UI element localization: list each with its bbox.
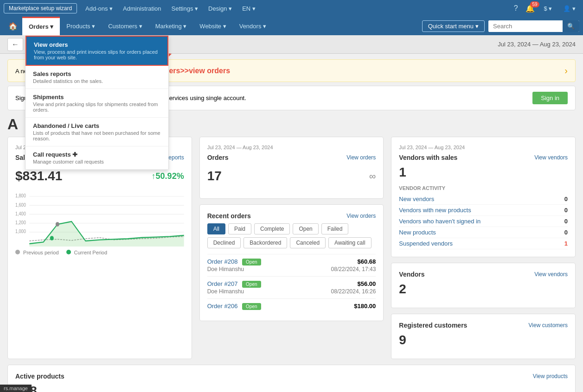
customers-count: 9 [399,333,568,348]
orders-card-header: Orders View orders [207,154,376,161]
home-button[interactable]: 🏠 [4,17,22,35]
order-207-status: Open [242,281,261,288]
nav-marketing[interactable]: Marketing ▾ [149,17,193,35]
suspended-vendors-label[interactable]: Suspended vendors [399,240,453,247]
search-button[interactable]: 🔍 [563,20,579,32]
recent-orders-header: Recent orders View orders [207,212,376,220]
filter-all[interactable]: All [207,223,225,234]
view-products-link[interactable]: View products [533,373,568,379]
orders-infinity: ∞ [369,171,376,182]
orders-count-card: Jul 23, 2024 — Aug 23, 2024 Orders View … [199,137,384,199]
active-products-card: Active products View products $48 [7,365,576,392]
customers-title: Registered customers [399,322,467,329]
shipments-title: Shipments [33,94,161,101]
svg-text:1,800: 1,800 [15,193,26,199]
vendors-link[interactable]: View vendors [534,271,568,278]
active-products-header: Active products View products [15,373,568,380]
filter-canceled[interactable]: Canceled [290,237,326,248]
filter-awaiting-call[interactable]: Awaiting call [328,237,371,248]
filter-paid[interactable]: Paid [228,223,251,234]
help-icon[interactable]: ? [512,4,520,13]
nav-right: Quick start menu ▾ 🔍 [422,17,579,35]
filter-backordered[interactable]: Backordered [243,237,287,248]
svg-text:1,400: 1,400 [15,211,26,216]
abandoned-carts-desc: Lists of products that have not been pur… [33,130,161,141]
top-bar: Marketplace setup wizard Add-ons ▾ Admin… [0,0,583,17]
order-208-link[interactable]: Order #208 [207,258,238,265]
vendors-new-products-label[interactable]: Vendors with new products [399,207,471,214]
nav-website[interactable]: Website ▾ [193,17,232,35]
nav-design[interactable]: Design ▾ [204,3,237,14]
view-orders-link[interactable]: View orders [346,154,376,161]
dropdown-call-requests[interactable]: Call requests ✚ Manage customer call req… [26,146,168,170]
order-206-id: Order #206 Open [207,303,261,310]
legend-current-dot [66,250,71,254]
dropdown-sales-reports[interactable]: Sales reports Detailed statistics on the… [26,66,168,89]
signin-button[interactable]: Sign in [532,92,568,104]
nav-settings[interactable]: Settings ▾ [167,3,203,14]
wizard-button[interactable]: Marketplace setup wizard [4,3,77,13]
back-button[interactable]: ← [7,38,23,51]
order-207-link[interactable]: Order #207 [207,280,238,287]
order-206-price: $180.00 [354,303,376,310]
legend-previous: Previous period [15,250,59,255]
new-products-label[interactable]: New products [399,229,436,236]
notification-badge[interactable]: 🔔 59 [524,4,537,13]
vendors-card-header: Vendors View vendors [399,271,568,278]
recent-orders-link[interactable]: View orders [346,213,376,219]
quick-start-label: Quick start menu [428,23,474,30]
new-vendors-label[interactable]: New vendors [399,196,434,202]
nav-vendors[interactable]: Vendors ▾ [233,17,273,35]
notification-count: 59 [530,1,539,7]
dropdown-abandoned-carts[interactable]: Abandoned / Live carts Lists of products… [26,118,168,146]
search-input[interactable] [488,20,563,32]
suspended-vendors-count: 1 [564,240,568,247]
vendors-with-sales-header: Vendors with sales View vendors [399,154,568,161]
nav-products[interactable]: Products ▾ [60,17,102,35]
currency-dropdown[interactable]: $ ▾ [540,3,556,14]
new-products-count: 0 [564,229,568,236]
order-206-link[interactable]: Order #206 [207,303,238,310]
orders-dropdown: View orders View, process and print invo… [25,35,169,170]
vendors-with-sales-card: Jul 23, 2024 — Aug 23, 2024 Vendors with… [391,137,576,257]
customers-header: Registered customers View customers [399,322,568,329]
filter-complete[interactable]: Complete [254,223,290,234]
top-bar-right: ? 🔔 59 $ ▾ 👤 ▾ [512,3,579,14]
registered-customers-card: Registered customers View customers 9 [391,314,576,359]
active-products-title: Active products [15,373,64,380]
dashboard-grid: Jul 23, 2024 — Aug 23, 2024 Sales View r… [7,137,576,359]
nav-customers[interactable]: Customers ▾ [102,17,148,35]
nav-addons[interactable]: Add-ons ▾ [81,3,117,14]
vendors-not-signed-label[interactable]: Vendors who haven't signed in [399,218,480,225]
dropdown-view-orders[interactable]: View orders View, process and print invo… [26,36,168,66]
order-row-208: Order #208 Open $60.68 Doe Himanshu 08/2… [207,254,376,276]
svg-point-14 [50,236,54,240]
view-vendors-link[interactable]: View vendors [534,154,568,161]
date-range[interactable]: Jul 23, 2024 — Aug 23, 2024 [498,41,576,48]
nav-language[interactable]: EN ▾ [237,3,260,14]
filter-declined[interactable]: Declined [207,237,241,248]
nav-items: Orders ▾ Products ▾ Customers ▾ Marketin… [22,17,422,35]
customers-link[interactable]: View customers [529,322,568,329]
order-208-price: $60.68 [358,258,376,265]
nav-orders[interactable]: Orders ▾ [22,17,60,35]
view-orders-desc: View, process and print invoices slips f… [34,49,160,60]
svg-point-13 [56,222,59,227]
call-requests-title: Call requests ✚ [33,151,161,158]
order-208-top: Order #208 Open $60.68 [207,258,376,265]
filter-open[interactable]: Open [293,223,318,234]
vendors-card: Vendors View vendors 2 [391,263,576,308]
nav-administration[interactable]: Administration [118,3,166,14]
order-208-customer: Doe Himanshu [207,266,244,272]
filter-failed[interactable]: Failed [321,223,349,234]
abandoned-carts-title: Abandoned / Live carts [33,122,161,129]
order-207-id: Order #207 Open [207,280,261,287]
dropdown-shipments[interactable]: Shipments View and print packing slips f… [26,89,168,118]
call-requests-desc: Manage customer call requests [33,159,161,164]
svg-text:1,000: 1,000 [15,228,26,234]
order-row-207: Order #207 Open $56.00 Doe Himanshu 08/2… [207,276,376,298]
alert-chevron-icon[interactable]: › [564,65,568,76]
quick-start-button[interactable]: Quick start menu ▾ [422,20,485,32]
sales-value: $831.41 [15,169,62,183]
user-dropdown[interactable]: 👤 ▾ [559,3,579,14]
